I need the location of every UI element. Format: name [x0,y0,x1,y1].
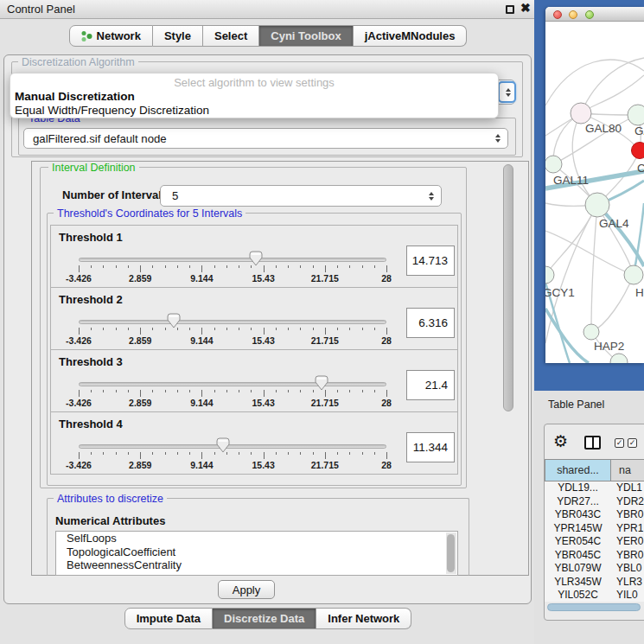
tab-style[interactable]: Style [153,25,203,47]
network-edge[interactable] [591,205,597,332]
slider-thumb[interactable] [167,313,181,328]
table-cell[interactable]: YBR0 [611,508,644,522]
threshold-value-field[interactable]: 6.316 [406,308,455,338]
panel-title: Control Panel [7,0,75,19]
column-header-shared-name[interactable]: shared... [545,459,611,481]
network-edge[interactable] [545,205,597,275]
network-canvas[interactable]: GAL80GAGAL11CGAL4GCY1HHAP2 [545,22,644,363]
table-cell[interactable]: YBR043C [545,508,611,522]
table-cell[interactable]: YDL19... [545,481,611,495]
table-cell[interactable]: YLR3 [611,576,644,590]
tab-label: Infer Network [328,612,399,625]
tick-label: 28 [381,335,392,346]
number-of-intervals-spinner[interactable]: 5 [160,185,442,207]
network-edge[interactable] [545,231,634,275]
tab-infer-network[interactable]: Infer Network [316,608,411,629]
table-row[interactable]: YBR045C YBR0 [545,549,644,563]
slider-track[interactable] [79,258,386,262]
table-cell[interactable]: YDL1 [611,481,644,495]
network-window-titlebar[interactable] [545,7,644,22]
tab-network[interactable]: Network [69,25,153,47]
threshold-slider[interactable]: -3.4262.8599.14415.4321.71528 [79,250,386,286]
network-node[interactable] [585,193,609,217]
table-cell[interactable]: YDR27... [545,495,611,509]
slider-track[interactable] [79,320,386,324]
algorithm-combo-button[interactable] [498,81,516,103]
table-row[interactable]: YIL052C YIL0 [545,589,644,602]
table-cell[interactable]: YER054C [545,535,611,549]
attributes-list-scrollbar[interactable] [446,532,456,574]
threshold-slider[interactable]: -3.4262.8599.14415.4321.71528 [79,374,386,411]
table-cell[interactable]: YBR045C [545,549,611,563]
network-node[interactable] [624,265,643,284]
tick-label: 15.43 [252,398,274,408]
table-cell[interactable]: YER0 [611,535,644,549]
checkbox-icon[interactable]: ✓ [615,438,624,448]
minimize-traffic-light-icon[interactable] [569,10,577,19]
network-edge[interactable] [591,275,634,332]
tab-jactivemnodules[interactable]: jActiveMNodules [354,25,468,47]
checkbox-icon[interactable]: ✓ [628,438,637,448]
tab-select[interactable]: Select [203,25,259,47]
table-row[interactable]: YBL079W YBL0 [545,562,644,576]
table-row[interactable]: YLR345W YLR3 [545,576,644,590]
slider-thumb[interactable] [249,251,263,266]
apply-button[interactable]: Apply [218,580,275,599]
table-cell[interactable]: YBR0 [611,549,644,563]
threshold-value-field[interactable]: 21.4 [406,370,455,400]
column-header-name[interactable]: na [611,459,644,481]
threshold-slider[interactable]: -3.4262.8599.14415.4321.71528 [79,437,386,473]
table-row[interactable]: YBR043C YBR0 [545,508,644,522]
table-cell[interactable]: YBL079W [545,562,611,576]
column-layout-icon[interactable] [584,436,601,450]
network-edge[interactable] [545,60,644,105]
table-row[interactable]: YPR145W YPR1 [545,522,644,536]
table-row[interactable]: YDR27... YDR2 [545,495,644,509]
tab-impute-data[interactable]: Impute Data [124,608,213,629]
network-node[interactable] [632,143,644,159]
table-row[interactable]: YDL19... YDL1 [545,481,644,495]
table-cell[interactable]: YPR1 [611,522,644,536]
slider-thumb[interactable] [216,437,230,453]
dropdown-item-manual-discretization[interactable]: Manual Discretization [15,90,135,103]
tab-discretize-data[interactable]: Discretize Data [213,608,316,629]
float-window-icon[interactable] [506,5,514,14]
network-node-label: GA [634,124,644,137]
gear-icon[interactable]: ⚙ [553,433,568,450]
table-row[interactable]: YER054C YER0 [545,535,644,549]
control-panel-titlebar: Control Panel ✖ [0,0,536,19]
threshold-value-field[interactable]: 14.713 [406,245,455,276]
table-cell[interactable]: YPR145W [545,522,611,536]
network-node[interactable] [571,103,591,124]
attribute-list-item[interactable]: TopologicalCoefficient [56,545,457,559]
network-node[interactable] [610,354,628,363]
table-cell[interactable]: YDR2 [611,495,644,509]
attribute-list-item[interactable]: BetweennessCentrality [56,558,457,572]
network-node[interactable] [628,105,644,125]
tab-cyni-toolbox[interactable]: Cyni Toolbox [259,25,353,47]
table-body[interactable]: YDL19... YDL1 YDR27... YDR2 YBR043C YBR0… [545,481,644,602]
tick-label: -3.426 [66,273,92,284]
table-cell[interactable]: YIL0 [611,589,644,602]
threshold-slider[interactable]: -3.4262.8599.14415.4321.71528 [79,312,386,348]
close-icon[interactable]: ✖ [520,1,531,15]
table-cell[interactable]: YBL0 [611,562,644,576]
slider-track[interactable] [79,444,386,449]
network-node[interactable] [545,156,562,173]
threshold-value-field[interactable]: 11.344 [406,432,455,462]
network-node[interactable] [545,266,554,284]
close-traffic-light-icon[interactable] [553,10,562,19]
dropdown-item-equal-width-frequency[interactable]: Equal Width/Frequency Discretization [15,104,209,117]
table-cell[interactable]: YLR345W [545,576,611,590]
numerical-attributes-list[interactable]: SelfLoops TopologicalCoefficient Between… [55,531,458,576]
network-node[interactable] [583,324,599,340]
zoom-traffic-light-icon[interactable] [585,10,594,19]
table-horizontal-scrollbar[interactable] [547,603,641,611]
attribute-list-item[interactable]: SelfLoops [56,532,457,545]
slider-track[interactable] [79,382,386,386]
table-data-combo[interactable]: galFiltered.sif default node [23,128,508,149]
threshold-rows: Threshold 1 -3.4262.8599.14415.4321.7152… [50,226,458,475]
table-cell[interactable]: YIL052C [545,589,611,602]
settings-vertical-scrollbar[interactable] [503,164,513,411]
slider-thumb[interactable] [315,375,328,391]
